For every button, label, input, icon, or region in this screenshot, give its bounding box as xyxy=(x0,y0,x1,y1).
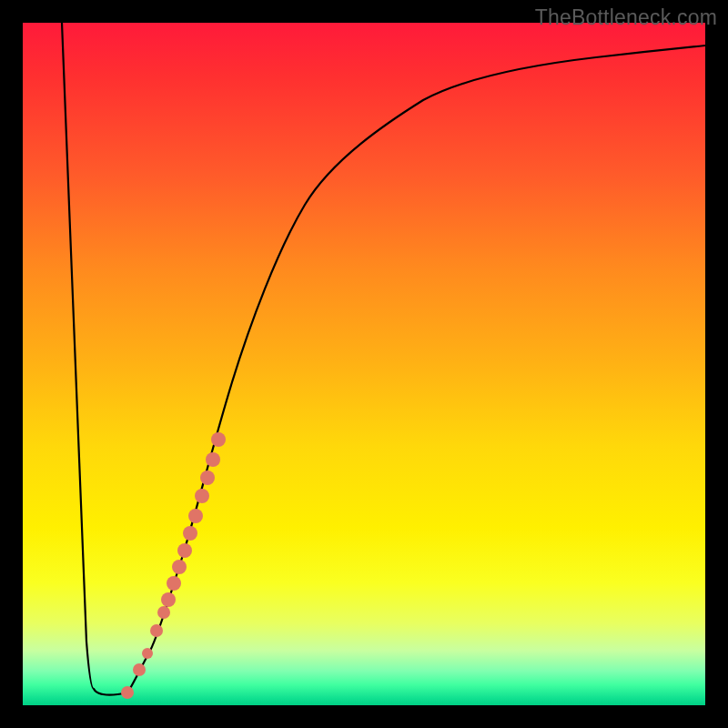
plot-area xyxy=(23,23,705,705)
marker-dot xyxy=(133,663,146,676)
marker-dot xyxy=(157,606,170,619)
marker-group xyxy=(121,432,226,699)
marker-dot xyxy=(195,489,209,503)
marker-dot xyxy=(142,648,153,659)
watermark-text: TheBottleneck.com xyxy=(535,5,717,30)
marker-dot xyxy=(161,592,176,607)
marker-dot xyxy=(206,452,220,467)
marker-dot xyxy=(188,509,203,523)
chart-svg xyxy=(23,23,705,705)
marker-dot xyxy=(177,543,192,558)
marker-dot xyxy=(172,560,187,574)
marker-dot xyxy=(150,624,163,637)
chart-container: TheBottleneck.com xyxy=(0,0,728,728)
marker-dot xyxy=(183,526,197,541)
bottleneck-curve xyxy=(62,23,705,695)
marker-dot xyxy=(167,576,181,591)
marker-dot xyxy=(200,470,215,485)
marker-dot xyxy=(211,432,226,447)
marker-dot xyxy=(121,686,134,699)
